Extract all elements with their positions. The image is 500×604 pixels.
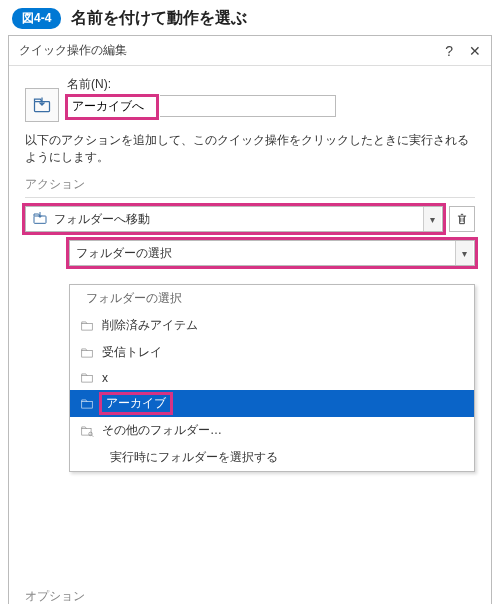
dropdown-item[interactable]: 削除済みアイテム	[70, 312, 474, 339]
folder-select-value: フォルダーの選択	[76, 245, 172, 262]
dropdown-item-label: 実行時にフォルダーを選択する	[110, 449, 278, 466]
name-input-extend[interactable]	[160, 95, 336, 117]
figure-caption: 図4-4 名前を付けて動作を選ぶ	[0, 0, 500, 35]
dialog-titlebar: クイック操作の編集 ? ✕	[9, 36, 491, 66]
dropdown-header: フォルダーの選択	[70, 285, 474, 312]
move-to-folder-icon	[32, 210, 48, 229]
folder-search-icon	[80, 424, 94, 438]
add-action-button[interactable]: アク	[25, 259, 53, 281]
dropdown-item-other[interactable]: その他のフォルダー…	[70, 417, 474, 444]
section-action-label: アクション	[25, 176, 475, 193]
folder-icon	[80, 397, 94, 411]
figure-badge: 図4-4	[12, 8, 61, 29]
dropdown-item-label: 削除済みアイテム	[102, 317, 198, 334]
folder-dropdown-list: フォルダーの選択 削除済みアイテム 受信トレイ x アーカイブ その他のフォルダ…	[69, 284, 475, 472]
folder-icon	[80, 346, 94, 360]
section-option-label: オプション	[25, 588, 475, 604]
instruction-text: 以下のアクションを追加して、このクイック操作をクリックしたときに実行されるように…	[25, 132, 475, 166]
chevron-down-icon[interactable]: ▾	[455, 241, 473, 265]
svg-rect-5	[82, 401, 93, 407]
chevron-down-icon[interactable]: ▾	[423, 207, 441, 231]
move-to-folder-icon	[32, 95, 52, 115]
folder-select[interactable]: フォルダーの選択 ▾	[69, 240, 475, 266]
close-button[interactable]: ✕	[469, 43, 481, 59]
name-label: 名前(N):	[67, 76, 475, 93]
dialog-edit-quick-step: クイック操作の編集 ? ✕ 名前(N): 以下のアクションを追	[8, 35, 492, 604]
dropdown-item-runtime[interactable]: 実行時にフォルダーを選択する	[100, 444, 474, 471]
section-rule	[25, 197, 475, 198]
dropdown-item[interactable]: x	[70, 366, 474, 390]
dropdown-item-label: アーカイブ	[102, 395, 170, 412]
name-input[interactable]	[67, 96, 157, 118]
dropdown-item-label: x	[102, 371, 108, 385]
action-select-value: フォルダーへ移動	[54, 211, 150, 228]
svg-rect-6	[82, 428, 91, 434]
action-select[interactable]: フォルダーへ移動 ▾	[25, 206, 443, 232]
dropdown-item[interactable]: 受信トレイ	[70, 339, 474, 366]
trash-icon	[455, 212, 469, 226]
delete-action-button[interactable]	[449, 206, 475, 232]
dropdown-item-selected[interactable]: アーカイブ	[70, 390, 474, 417]
figure-title: 名前を付けて動作を選ぶ	[71, 8, 247, 29]
svg-rect-3	[82, 350, 93, 356]
dropdown-item-label: 受信トレイ	[102, 344, 162, 361]
dialog-title: クイック操作の編集	[19, 42, 127, 59]
quickstep-icon-button[interactable]	[25, 88, 59, 122]
svg-rect-4	[82, 376, 93, 382]
folder-icon	[80, 371, 94, 385]
dropdown-item-label: その他のフォルダー…	[102, 422, 222, 439]
help-button[interactable]: ?	[445, 43, 453, 59]
folder-icon	[80, 319, 94, 333]
svg-rect-2	[82, 323, 93, 329]
